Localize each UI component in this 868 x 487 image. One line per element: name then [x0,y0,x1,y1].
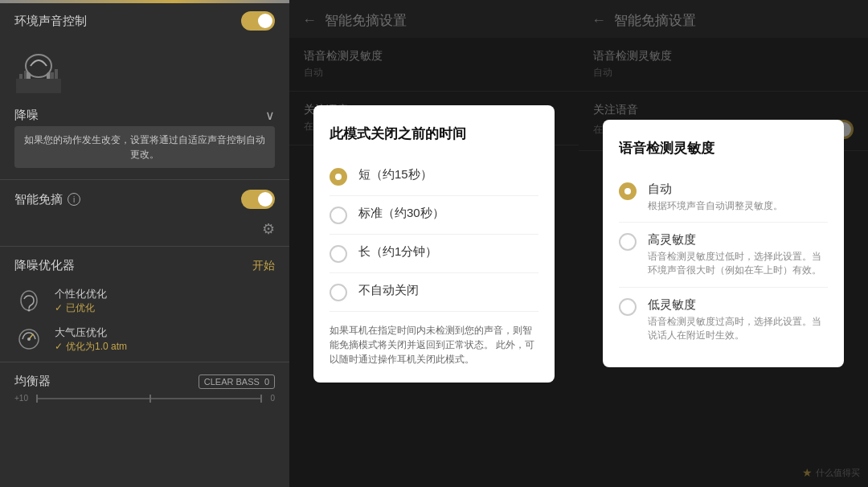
radio-noclose [330,284,347,301]
pressure-status: ✓ 优化为1.0 atm [55,340,127,354]
modal2-option-2[interactable]: 标准（约30秒） [330,196,538,235]
env-control-row: 环境声音控制 [0,3,289,39]
chevron-down-icon: ∨ [265,108,275,123]
svg-point-12 [27,338,31,341]
svg-rect-7 [55,69,58,79]
radio-long [330,245,347,263]
modal3-title: 语音检测灵敏度 [619,139,828,158]
ear-icon [14,286,43,315]
option-low-wrap: 低灵敏度 语音检测灵敏度过高时，选择此设置。当说话人在附近时生效。 [648,297,828,342]
modal2-option-3[interactable]: 长（约1分钟） [330,235,538,273]
modal3-option-auto[interactable]: 自动 根据环境声音自动调整灵敏度。 [619,172,828,223]
option-low-sub: 语音检测灵敏度过高时，选择此设置。当说话人在附近时生效。 [648,315,828,342]
optimizer-start-button[interactable]: 开始 [252,259,275,273]
personal-opt-item: 个性化优化 ✓ 已优化 [0,281,289,320]
eq-slider-row: +10 0 [0,394,289,411]
personal-label: 个性化优化 [55,287,107,301]
option-noclose-label: 不自动关闭 [358,283,419,298]
smart-avoid-row: 智能免摘 i [0,183,289,215]
pressure-opt-text: 大气压优化 ✓ 优化为1.0 atm [55,325,127,354]
option-standard-label: 标准（约30秒） [358,206,444,221]
pressure-opt-item: 大气压优化 ✓ 优化为1.0 atm [0,320,289,358]
option-high-label: 高灵敏度 [648,232,828,248]
panel-smart-settings-2: ← 智能免摘设置 语音检测灵敏度 自动 关注语音 在降低环境噪音的同时收入声音 … [579,0,868,487]
panel3-modal: 语音检测灵敏度 自动 根据环境声音自动调整灵敏度。 高灵敏度 语音检测灵敏度过低… [603,120,844,368]
eq-badge-value: 0 [264,377,269,387]
divider-2 [0,246,289,247]
radio-high [619,233,637,251]
option-auto-wrap: 自动 根据环境声音自动调整灵敏度。 [648,182,783,213]
smart-label-wrap: 智能免摘 i [14,192,80,207]
svg-rect-3 [16,79,61,93]
env-control-toggle[interactable] [241,11,275,31]
option-high-sub: 语音检测灵敏度过低时，选择此设置。当环境声音很大时（例如在车上时）有效。 [648,250,828,277]
panel3-modal-overlay: 语音检测灵敏度 自动 根据环境声音自动调整灵敏度。 高灵敏度 语音检测灵敏度过低… [579,0,868,487]
modal2-footer: 如果耳机在指定时间内未检测到您的声音，则智能免摘模式将关闭并返回到正常状态。 此… [330,323,538,366]
optimizer-row: 降噪优化器 开始 [0,250,289,281]
eq-row: 均衡器 CLEAR BASS 0 [0,366,289,394]
smart-label: 智能免摘 [14,192,63,207]
headphone-section [0,39,289,103]
eq-label: 均衡器 [14,374,51,389]
svg-rect-5 [24,71,27,79]
gear-icon[interactable]: ⚙ [262,220,275,238]
radio-auto [619,182,637,200]
pressure-icon [14,325,43,354]
divider-1 [0,179,289,180]
pressure-label: 大气压优化 [55,325,127,340]
option-auto-label: 自动 [648,182,783,197]
optimizer-label: 降噪优化器 [14,258,75,273]
check-icon: ✓ [55,302,63,313]
eq-badge-label: CLEAR BASS [204,377,260,387]
panel2-modal-overlay: 此模式关闭之前的时间 短（约15秒） 标准（约30秒） 长（约1分钟） 不自动关… [289,0,579,487]
svg-rect-4 [19,74,23,79]
svg-rect-6 [50,72,54,79]
option-auto-sub: 根据环境声音自动调整灵敏度。 [648,199,783,213]
smart-avoid-toggle[interactable] [241,190,275,209]
svg-point-9 [28,309,31,312]
headphone-icon [14,47,63,95]
env-control-label: 环境声音控制 [14,14,87,29]
eq-tick-1: +10 [14,394,28,403]
noise-info-box: 如果您的动作发生改变，设置将通过自适应声音控制自动更改。 [14,126,275,168]
modal2-option-1[interactable]: 短（约15秒） [330,158,538,196]
noise-reduction-row[interactable]: 降噪 ∨ [0,103,289,125]
panel-noise-control: 环境声音控制 降噪 ∨ 如果您的动作发生改变，设置将通过自适应声音控制自动更改。 [0,0,289,487]
option-long-label: 长（约1分钟） [358,244,437,260]
option-low-label: 低灵敏度 [648,297,828,313]
smart-info-badge[interactable]: i [68,193,80,206]
personal-status: ✓ 已优化 [55,301,107,315]
modal2-option-4[interactable]: 不自动关闭 [330,273,538,312]
option-high-wrap: 高灵敏度 语音检测灵敏度过低时，选择此设置。当环境声音很大时（例如在车上时）有效… [648,232,828,277]
personal-opt-text: 个性化优化 ✓ 已优化 [55,287,107,315]
radio-standard [330,207,347,224]
panel2-modal: 此模式关闭之前的时间 短（约15秒） 标准（约30秒） 长（约1分钟） 不自动关… [313,105,555,383]
noise-label: 降噪 [14,108,39,123]
radio-short [330,168,347,186]
radio-low [619,298,637,316]
panel-smart-settings-1: ← 智能免摘设置 语音检测灵敏度 自动 关注语音 在降低/抑制环境音的同时收入声… [289,0,579,487]
option-short-label: 短（约15秒） [358,167,432,182]
check-icon2: ✓ [55,341,63,352]
gear-row: ⚙ [0,215,289,243]
modal2-title: 此模式关闭之前的时间 [330,125,538,143]
eq-badge[interactable]: CLEAR BASS 0 [199,374,275,389]
eq-tick-2: 0 [270,394,275,403]
modal3-option-low[interactable]: 低灵敏度 语音检测灵敏度过高时，选择此设置。当说话人在附近时生效。 [619,288,828,352]
modal3-option-high[interactable]: 高灵敏度 语音检测灵敏度过低时，选择此设置。当环境声音很大时（例如在车上时）有效… [619,223,828,288]
divider-3 [0,362,289,362]
